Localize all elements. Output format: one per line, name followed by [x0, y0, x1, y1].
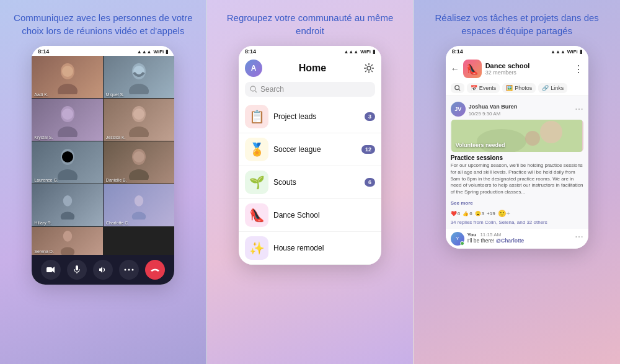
reply-sender: You [467, 232, 477, 237]
more-options-button[interactable]: ⋮ [574, 63, 583, 75]
svg-point-16 [129, 169, 149, 180]
detail-subtitle: 32 members [485, 69, 570, 76]
detail-info: Dance school 32 members [485, 62, 570, 76]
online-indicator [460, 241, 464, 246]
search-bar[interactable]: Search [245, 82, 375, 97]
svg-point-20 [135, 195, 143, 206]
back-button[interactable]: ← [451, 64, 459, 74]
reply-more-btn[interactable]: ⋯ [575, 232, 583, 242]
svg-point-21 [132, 211, 146, 220]
reaction-heart[interactable]: ❤️ 6 [451, 211, 460, 216]
panel3-title: Réalisez vos tâches et projets dans des … [418, 11, 616, 37]
status-icons-3: ▲▲▲ WiFi ▮ [551, 49, 582, 55]
svg-point-13 [58, 169, 78, 180]
label-8: Charlotte C. [106, 221, 129, 225]
video-face-1 [32, 56, 103, 98]
search-icon [250, 86, 257, 93]
svg-point-19 [60, 211, 74, 220]
call-toolbar [32, 255, 174, 285]
svg-point-22 [63, 231, 71, 242]
detail-avatar: 👠 [463, 60, 482, 78]
reply-avatar: Y [451, 232, 464, 246]
video-cell-8: Charlotte C. [104, 184, 175, 226]
user-avatar[interactable]: A [245, 60, 262, 77]
community-item-3[interactable]: 🌱 Scouts 6 [239, 166, 381, 199]
tab-events[interactable]: 📅 Events [467, 83, 500, 93]
battery-icon-2: ▮ [373, 49, 375, 55]
svg-point-8 [62, 109, 73, 120]
reaction-more[interactable]: +19 [487, 211, 495, 216]
reply-time: 11:15 AM [480, 232, 501, 237]
battery-icon: ▮ [166, 49, 168, 55]
reaction-thumbs[interactable]: 👍 6 [463, 211, 472, 216]
tab-links-icon: 🔗 [542, 85, 549, 91]
svg-point-31 [132, 269, 134, 271]
svg-point-1 [58, 84, 78, 94]
settings-icon[interactable] [363, 62, 375, 74]
video-cell-5: Laurence G. [32, 141, 103, 184]
detail-title: Dance school [485, 62, 570, 69]
tab-links-label: Links [551, 85, 564, 91]
reaction-thumbs-count: 6 [469, 211, 472, 216]
community-item-5[interactable]: ✨ House remodel [239, 232, 381, 265]
svg-point-23 [60, 247, 74, 255]
tab-links[interactable]: 🔗 Links [538, 83, 567, 93]
detail-header: ← 👠 Dance school 32 members ⋮ [446, 56, 588, 81]
svg-rect-24 [46, 267, 52, 272]
panel-communities: Regroupez votre communauté au même endro… [207, 0, 414, 364]
video-face-7 [32, 184, 103, 226]
mic-btn[interactable] [67, 260, 87, 280]
tab-events-label: Events [479, 85, 497, 91]
community-icon-1: 📋 [245, 105, 268, 128]
video-face-3 [32, 99, 103, 141]
reply-text-content: I'll be there! [467, 237, 495, 244]
video-face-8 [104, 184, 175, 226]
speaker-btn[interactable] [93, 260, 113, 280]
post-more-btn[interactable]: ⋯ [575, 104, 583, 114]
svg-point-11 [133, 109, 144, 120]
status-icons-1: ▲▲▲ WiFi ▮ [137, 49, 169, 55]
reaction-more-label: +19 [487, 211, 495, 216]
more-btn[interactable] [119, 260, 139, 280]
end-call-btn[interactable] [145, 260, 165, 280]
post-sender-info: Joshua Van Buren 10/29 9:30 AM [469, 100, 518, 118]
community-item-4[interactable]: 👠 Dance School [239, 199, 381, 232]
post-content: Practice sessions For our upcoming seaso… [451, 154, 583, 207]
svg-rect-26 [76, 265, 78, 270]
community-name-5: House remodel [273, 244, 375, 252]
panel2-title: Regroupez votre communauté au même endro… [211, 11, 409, 37]
label-3: Krystal S. [34, 135, 53, 140]
avatar-initials: A [251, 64, 257, 73]
tab-search[interactable] [451, 83, 464, 93]
emoji-picker-btn[interactable]: 🙂+ [498, 210, 510, 218]
video-face-5 [32, 141, 103, 184]
video-cell-7: Hillary R. [32, 184, 103, 226]
tab-photos[interactable]: 🖼️ Photos [502, 83, 536, 93]
reaction-heart-count: 6 [458, 211, 460, 216]
post-image-label: Volunteers needed [456, 142, 505, 148]
status-bar-3: 8:14 ▲▲▲ WiFi ▮ [446, 46, 588, 56]
svg-line-36 [459, 89, 460, 91]
status-time-3: 8:14 [452, 48, 463, 55]
tab-photos-label: Photos [515, 85, 532, 91]
label-2: Miguel S. [106, 92, 124, 97]
phone-communities: 8:14 ▲▲▲ WiFi ▮ A Home Search [239, 46, 381, 265]
community-item-2[interactable]: 🏅 Soccer league 12 [239, 133, 381, 166]
reply-mention[interactable]: @Charlotte [496, 237, 525, 244]
label-5: Laurence G. [34, 178, 58, 182]
reactions-row: ❤️ 6 👍 6 😮 3 +19 🙂+ [451, 210, 583, 218]
post-sender: Joshua Van Buren [469, 104, 518, 110]
video-cell-9: Serena D. [32, 227, 103, 255]
reply-text: I'll be there! @Charlotte [467, 237, 572, 244]
see-more-link[interactable]: See more [451, 200, 473, 206]
community-name-2: Soccer league [273, 145, 356, 154]
post-image: Volunteers needed [451, 120, 583, 152]
reaction-wow-emoji: 😮 [475, 211, 481, 216]
replies-text: 34 replies from Colin, Selena, and 32 ot… [451, 220, 583, 225]
community-badge-2: 12 [361, 145, 375, 154]
reaction-wow[interactable]: 😮 3 [475, 211, 484, 216]
community-item-1[interactable]: 📋 Project leads 3 [239, 100, 381, 133]
svg-point-38 [540, 121, 562, 143]
video-btn[interactable] [41, 260, 61, 280]
signal-icon-2: ▲▲▲ [343, 49, 358, 55]
